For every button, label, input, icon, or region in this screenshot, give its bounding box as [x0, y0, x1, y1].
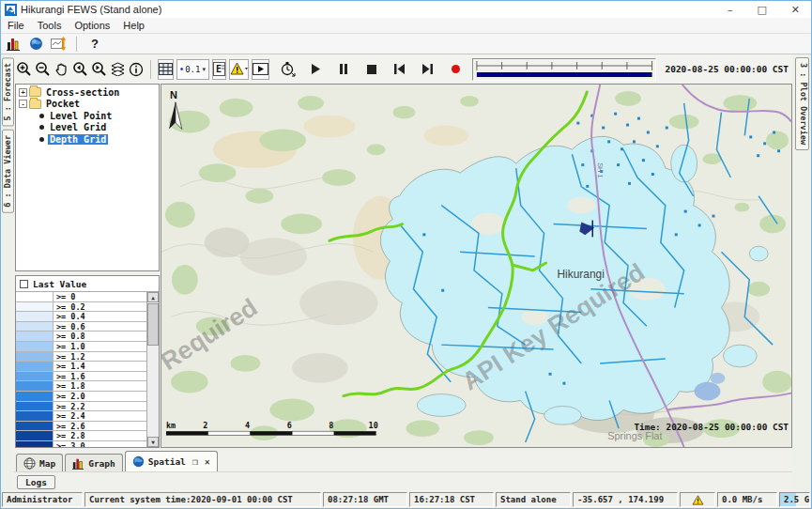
tree-node-depth-grid[interactable]: Depth Grid — [19, 133, 159, 146]
legend-scrollbar[interactable]: ▲ ▼ — [146, 292, 159, 447]
view-tab-bar: Map Graph Spatial ❐ ✕ — [14, 448, 792, 471]
tree-node-level-point[interactable]: Level Point — [19, 110, 159, 122]
map-toolbar: • 0.1 ▾ E — [14, 54, 792, 84]
menu-file[interactable]: File — [1, 19, 31, 32]
legend-row: >= 1.4 — [16, 362, 146, 372]
tab-plot-overview[interactable]: 3 : Plot Overview — [795, 57, 809, 150]
minimize-button[interactable]: – — [728, 5, 733, 15]
svg-text:2: 2 — [203, 421, 207, 430]
menu-help[interactable]: Help — [116, 19, 151, 32]
tab-close-icon[interactable]: ✕ — [205, 456, 210, 467]
svg-text:4: 4 — [245, 421, 250, 430]
legend-row: >= 0.2 — [16, 302, 146, 313]
status-warning-indicator[interactable] — [680, 492, 715, 507]
expand-icon[interactable]: + — [19, 88, 27, 97]
step-back-button[interactable] — [392, 62, 407, 77]
window-title: Hikurangi FEWS (Stand alone) — [21, 4, 161, 15]
timeline-slider[interactable] — [472, 58, 657, 81]
legend-row: >= 0 — [16, 292, 146, 302]
color-swatch — [16, 292, 54, 301]
animation-player-icon[interactable] — [252, 59, 269, 80]
layer-tree: + Cross-section - Pocket Level Point — [15, 84, 160, 271]
warning-threshold-dropdown[interactable] — [229, 59, 249, 80]
scrollbar-thumb[interactable] — [147, 303, 159, 346]
logs-bar: Logs — [14, 471, 792, 491]
record-button[interactable] — [449, 62, 464, 77]
legend-row: >= 2.0 — [16, 392, 146, 402]
play-button[interactable] — [308, 62, 323, 77]
tree-node-pocket[interactable]: - Pocket — [19, 99, 159, 111]
tab-map-label: Map — [39, 458, 55, 469]
tree-node-level-grid[interactable]: Level Grid — [19, 122, 159, 134]
tree-node-cross-section[interactable]: + Cross-section — [19, 86, 159, 99]
tab-maximize-icon[interactable]: ❐ — [192, 456, 198, 467]
legend-panel: Last Value >= 0 >= 0.2 >= 0.4 >= 0.6 >= … — [15, 275, 160, 448]
zoom-next-icon[interactable] — [91, 59, 107, 80]
tree-node-label[interactable]: Cross-section — [44, 87, 121, 98]
help-icon[interactable]: ? — [86, 37, 103, 52]
step-forward-button[interactable] — [421, 62, 436, 77]
status-system-time: Current system time:2020-09-01 00:00 CST — [84, 492, 321, 507]
layers-icon[interactable] — [110, 59, 126, 80]
color-swatch — [16, 302, 54, 312]
main-toolbar: ? — [1, 34, 811, 54]
color-swatch — [16, 441, 54, 447]
tab-graph-label: Graph — [88, 458, 115, 469]
color-swatch — [16, 342, 54, 351]
scroll-down-icon[interactable]: ▼ — [147, 437, 159, 447]
tree-node-label[interactable]: Level Point — [48, 111, 114, 121]
legend-row: >= 3.0 — [16, 441, 146, 447]
pause-button[interactable] — [336, 62, 351, 77]
zoom-previous-icon[interactable] — [72, 59, 88, 80]
scroll-up-icon[interactable]: ▲ — [147, 292, 159, 302]
grid-display-icon[interactable] — [158, 59, 174, 80]
pan-hand-icon[interactable] — [54, 59, 69, 80]
tree-node-label[interactable]: Level Grid — [48, 122, 108, 132]
logs-button[interactable]: Logs — [17, 475, 55, 489]
status-bar: Administrator Current system time:2020-0… — [1, 491, 811, 508]
maximize-button[interactable]: □ — [757, 5, 766, 15]
menu-options[interactable]: Options — [68, 19, 116, 32]
color-swatch — [16, 332, 54, 341]
legend-row: >= 1.2 — [16, 352, 146, 362]
tab-forecast[interactable]: 5 : Forecast — [2, 57, 14, 126]
color-swatch — [16, 381, 54, 391]
zoom-out-icon[interactable] — [35, 59, 51, 80]
time-settings-icon[interactable] — [280, 59, 296, 80]
profile-chart-icon[interactable] — [50, 37, 67, 52]
color-swatch — [16, 431, 54, 440]
tab-data-viewer[interactable]: 6 : Data Viewer — [2, 130, 14, 213]
marker-scale-dropdown[interactable]: • 0.1 ▾ — [176, 59, 209, 80]
info-icon[interactable] — [129, 59, 144, 80]
chevron-down-icon: ▾ — [202, 66, 206, 73]
tree-node-label[interactable]: Pocket — [44, 99, 82, 109]
app-window: Hikurangi FEWS (Stand alone) – □ ✕ File … — [0, 0, 812, 509]
title-bar: Hikurangi FEWS (Stand alone) – □ ✕ — [1, 1, 811, 18]
menu-tools[interactable]: Tools — [31, 19, 69, 32]
globe-icon — [132, 455, 145, 468]
zoom-in-icon[interactable] — [16, 59, 32, 80]
database-chart-icon[interactable] — [5, 37, 22, 52]
tree-node-label-selected[interactable]: Depth Grid — [48, 134, 108, 145]
color-swatch — [16, 322, 54, 332]
bullet-icon — [39, 114, 44, 118]
legend-table: >= 0 >= 0.2 >= 0.4 >= 0.6 >= 0.8 >= 1.0 … — [16, 292, 146, 447]
tab-map[interactable]: Map — [16, 454, 63, 471]
map-canvas[interactable]: API Key Required API Key Required Hikura… — [161, 84, 792, 448]
collapse-icon[interactable]: - — [19, 100, 27, 108]
town-label: Hikurangi — [557, 268, 604, 281]
folder-icon — [29, 87, 41, 97]
tab-spatial[interactable]: Spatial ❐ ✕ — [125, 451, 218, 471]
close-button[interactable]: ✕ — [791, 5, 800, 15]
last-value-checkbox[interactable] — [20, 280, 28, 288]
map-globe-icon[interactable] — [27, 37, 44, 52]
stop-button[interactable] — [364, 62, 379, 77]
color-swatch — [16, 352, 54, 362]
marker-scale-value: 0.1 — [185, 65, 200, 74]
color-swatch — [16, 362, 54, 371]
svg-text:8: 8 — [329, 421, 333, 430]
tab-graph[interactable]: Graph — [65, 454, 123, 471]
labels-toggle-icon[interactable]: E — [212, 59, 226, 80]
scrollbar-track[interactable] — [147, 302, 159, 437]
color-swatch — [16, 372, 54, 381]
